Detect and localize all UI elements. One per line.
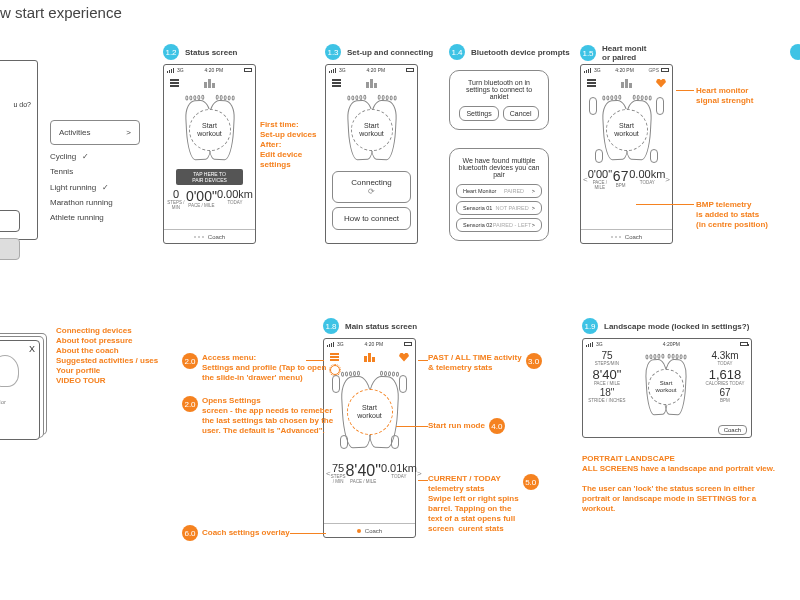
cancel-button[interactable]: Cancel <box>503 106 539 121</box>
status-bar: 3G 4:20PM <box>583 339 751 349</box>
feet-diagram: Start workout <box>629 349 703 425</box>
menu-icon[interactable] <box>330 353 339 361</box>
coach-bar[interactable]: Coach <box>324 523 415 537</box>
anno-badge: 3.0 <box>526 353 542 369</box>
list-item[interactable]: Marathon running <box>50 195 140 210</box>
stats-row: 0STEPS / MIN 0'00"PACE / MILE 0.00kmTODA… <box>164 189 255 212</box>
stats-row: < 75STEPS / MIN 8'40"PACE / MILE 0.01kmT… <box>324 459 415 486</box>
chart-icon[interactable] <box>366 79 377 88</box>
status-bar: 3G 4:20 PM <box>164 65 255 75</box>
stat-dist[interactable]: 0.00kmTODAY <box>629 169 665 190</box>
anno-badge: 5.0 <box>523 474 539 490</box>
screen-1-2: 3G 4:20 PM Start workout TAP HERE TO PAI… <box>163 64 256 244</box>
heart-icon <box>656 79 666 88</box>
start-workout-button[interactable]: Start workout <box>606 109 648 151</box>
anno-landscape: PORTRAIT LANDSCAPE ALL SCREENS have a la… <box>582 454 782 514</box>
header-1-4: 1.4 Bluetooth device prompts <box>449 44 570 60</box>
feet-diagram: Start workout <box>164 91 255 169</box>
activities-list: Activities> Cycling✓ Tennis Light runnin… <box>50 120 140 225</box>
list-item[interactable]: Tennis <box>50 164 140 179</box>
feet-diagram: Start workout <box>324 365 415 459</box>
anno-text: Coach settings overlay <box>202 528 290 538</box>
stat-dist[interactable]: 4.3kmTODAY <box>705 351 745 366</box>
anno-cards: Connecting devices About foot pressure A… <box>56 326 158 386</box>
button-stub[interactable] <box>0 210 20 232</box>
stat-steps[interactable]: 0STEPS / MIN <box>166 189 186 210</box>
stat-bpm[interactable]: 67BPM <box>705 388 745 403</box>
start-workout-button[interactable]: Start workout <box>347 389 393 435</box>
step-badge: 1.3 <box>325 44 341 60</box>
feet-diagram: Start workout <box>581 91 672 169</box>
anno-text: Start run mode <box>428 421 485 431</box>
list-item[interactable]: Athlete running <box>50 210 140 225</box>
anno-bpm: BMP telemetry is added to stats (in cent… <box>696 200 768 230</box>
anno-badge: 2.0 <box>182 396 198 412</box>
list-item[interactable]: Cycling✓ <box>50 149 140 164</box>
bt-prompt-2: We have found multiple bluetooth devices… <box>449 148 549 241</box>
coach-bar[interactable]: Coach <box>581 229 672 243</box>
anno-text: Opens Settings screen - the app needs to… <box>202 396 333 436</box>
chart-icon[interactable] <box>364 353 375 362</box>
coach-bar[interactable]: Coach <box>164 229 255 243</box>
stat-dist[interactable]: 0.01kmTODAY <box>381 463 417 484</box>
step-badge <box>790 44 800 60</box>
pair-hint[interactable]: TAP HERE TO PAIR DEVICES <box>176 169 243 185</box>
chart-icon[interactable] <box>621 79 632 88</box>
screen-1-9: 3G 4:20PM 75STEPS/MIN 8'40"PACE / MILE 1… <box>582 338 752 438</box>
menu-icon[interactable] <box>332 79 341 87</box>
anno-badge: 4.0 <box>489 418 505 434</box>
step-badge: 1.8 <box>323 318 339 334</box>
screen-1-8: 3G 4:20 PM Start workout < 75STEPS / MIN… <box>323 338 416 538</box>
anno-badge: 6.0 <box>182 525 198 541</box>
device-row[interactable]: Sensoria 01NOT PAIRED> <box>456 201 542 215</box>
stat-pace[interactable]: 0'00"PACE / MILE <box>186 189 217 210</box>
device-row[interactable]: Heart MonitorPAIRED> <box>456 184 542 198</box>
stat-dist[interactable]: 0.00kmTODAY <box>217 189 253 210</box>
stat-pace[interactable]: 0'00"PACE / MILE <box>588 169 612 190</box>
step-badge: 1.2 <box>163 44 179 60</box>
stat-steps[interactable]: 75STEPS / MIN <box>331 463 346 484</box>
list-item[interactable]: Light running✓ <box>50 180 140 195</box>
bt-prompt-1: Turn bluetooth on in settings to connect… <box>449 70 549 130</box>
screen-1-5: 3G 4:20 PM GPS Start workout < 0'00"PACE… <box>580 64 673 244</box>
chart-icon[interactable] <box>204 79 215 88</box>
stats-row: < 0'00"PACE / MILE 67BPM 0.00kmTODAY > <box>581 169 672 192</box>
header-1-8: 1.8 Main status screen <box>323 318 417 334</box>
header-1-5: 1.5 Heart monit or paired <box>580 44 646 62</box>
header-1-2: 1.2 Status screen <box>163 44 237 60</box>
device-row[interactable]: Sensoria 02PAIRED - LEFT> <box>456 218 542 232</box>
status-bar: 3G 4:20 PM GPS <box>581 65 672 75</box>
menu-icon[interactable] <box>587 79 596 87</box>
page-title: w start experience <box>0 4 122 21</box>
activities-dropdown[interactable]: Activities> <box>50 120 140 145</box>
anno-1-2: First time: Set-up devices After: Edit d… <box>260 120 316 170</box>
step-badge: 1.9 <box>582 318 598 334</box>
anno-text: Access menu: Settings and profile (Tap t… <box>202 353 326 383</box>
how-to-connect-button[interactable]: How to connect <box>332 207 411 230</box>
anno-text: CURRENT / TODAY telemetry stats Swipe le… <box>428 474 519 534</box>
connecting-panel: Connecting ⟳ <box>332 171 411 203</box>
anno-text: PAST / ALL TIME activity & telemetry sta… <box>428 353 522 373</box>
stat-stride[interactable]: 18"STRIDE / INCHES <box>587 388 627 403</box>
card-stack[interactable]: X sit ipsum dolor mps sit <box>0 340 40 440</box>
menu-icon[interactable] <box>170 79 179 87</box>
prompt-text: u do? <box>0 61 37 108</box>
anno-badge: 2.0 <box>182 353 198 369</box>
stat-pace[interactable]: 8'40"PACE / MILE <box>587 368 627 386</box>
start-workout-button[interactable]: Start workout <box>189 109 231 151</box>
button-stub[interactable] <box>0 238 20 260</box>
stat-bpm[interactable]: 67BPM <box>612 169 629 190</box>
start-workout-button[interactable]: Start workout <box>351 109 393 151</box>
stat-pace[interactable]: 8'40"PACE / MILE <box>345 463 380 484</box>
screen-1-3: 3G 4:20 PM Start workout Connecting ⟳ Ho… <box>325 64 418 244</box>
header-1-3: 1.3 Set-up and connecting <box>325 44 433 60</box>
feet-diagram: Start workout <box>326 91 417 169</box>
start-workout-button[interactable]: Start workout <box>648 369 684 405</box>
stat-steps[interactable]: 75STEPS/MIN <box>587 351 627 366</box>
step-badge: 1.4 <box>449 44 465 60</box>
heart-icon <box>399 353 409 362</box>
stat-cal[interactable]: 1,618CALORIES TODAY <box>705 368 745 386</box>
coach-button[interactable]: Coach <box>718 425 747 435</box>
settings-button[interactable]: Settings <box>459 106 498 121</box>
anno-hr: Heart monitor signal strenght <box>696 86 753 106</box>
